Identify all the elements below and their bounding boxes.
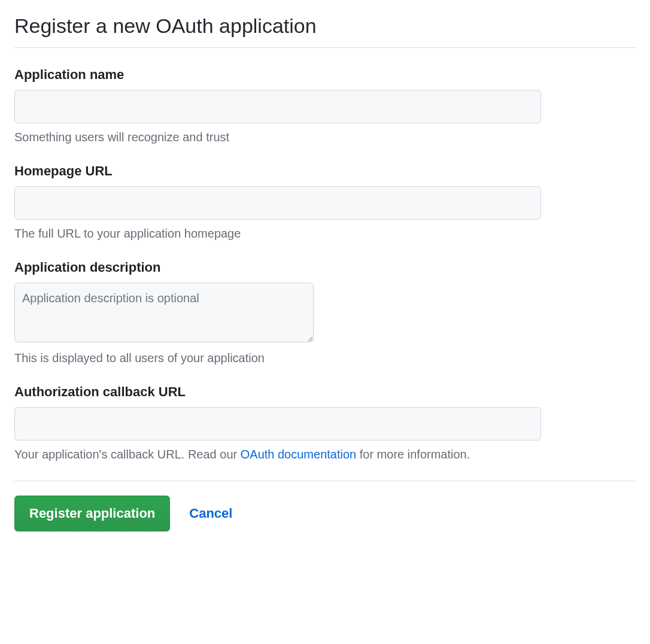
- form-group-app-description: Application description This is displaye…: [14, 260, 636, 365]
- app-name-note: Something users will recognize and trust: [14, 130, 636, 144]
- form-group-homepage-url: Homepage URL The full URL to your applic…: [14, 163, 636, 241]
- register-application-button[interactable]: Register application: [14, 496, 170, 531]
- homepage-url-note: The full URL to your application homepag…: [14, 227, 636, 241]
- cancel-link[interactable]: Cancel: [189, 506, 232, 521]
- homepage-url-label: Homepage URL: [14, 163, 636, 179]
- callback-note-suffix: for more information.: [356, 448, 470, 461]
- callback-note-prefix: Your application's callback URL. Read ou…: [14, 448, 241, 461]
- app-description-textarea[interactable]: [14, 282, 314, 342]
- callback-url-input[interactable]: [14, 407, 541, 441]
- footer-divider: [14, 481, 636, 481]
- form-actions: Register application Cancel: [14, 496, 636, 531]
- callback-url-note: Your application's callback URL. Read ou…: [14, 448, 636, 461]
- oauth-documentation-link[interactable]: OAuth documentation: [241, 448, 356, 461]
- form-group-callback-url: Authorization callback URL Your applicat…: [14, 384, 636, 461]
- app-name-input[interactable]: [14, 90, 541, 123]
- app-description-label: Application description: [14, 260, 636, 275]
- homepage-url-input[interactable]: [14, 186, 541, 220]
- app-description-note: This is displayed to all users of your a…: [14, 351, 636, 365]
- form-group-app-name: Application name Something users will re…: [14, 67, 636, 144]
- callback-url-label: Authorization callback URL: [14, 384, 636, 400]
- page-title: Register a new OAuth application: [14, 14, 636, 48]
- app-name-label: Application name: [14, 67, 636, 83]
